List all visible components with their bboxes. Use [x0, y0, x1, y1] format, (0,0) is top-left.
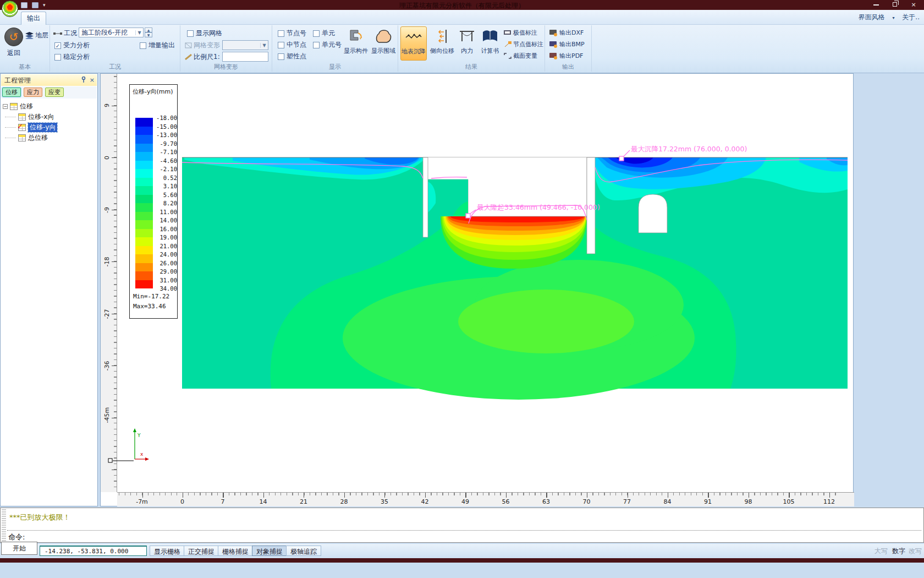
ortho-snap-toggle[interactable]: 正交捕捉: [184, 546, 219, 556]
lateral-displacement-button[interactable]: 侧向位移: [429, 26, 455, 61]
tree-node-displacement[interactable]: − 位移: [3, 101, 96, 112]
mesh-deform-label: 网格变形: [185, 41, 220, 50]
chip-stress[interactable]: 应力: [24, 88, 42, 97]
force-analysis-checkbox[interactable]: ✓受力分析: [54, 41, 90, 50]
minimize-button[interactable]: [868, 1, 884, 9]
pin-icon[interactable]: [81, 77, 86, 83]
svg-text:Y: Y: [137, 433, 141, 438]
show-region-button[interactable]: 显示围域: [370, 26, 397, 61]
bmp-file-icon: [549, 41, 558, 48]
report-button[interactable]: 计算书: [479, 26, 502, 61]
legend-value: 5.60: [163, 192, 177, 198]
condition-select[interactable]: 施工阶段6-开挖▼: [79, 28, 144, 37]
legend-color-cell: [135, 186, 153, 195]
tree-node-displacement-total[interactable]: 总位移: [3, 133, 96, 143]
app-logo-icon[interactable]: [2, 1, 18, 17]
polar-track-toggle[interactable]: 极轴追踪: [286, 546, 321, 556]
tab-output[interactable]: 输出: [21, 12, 46, 25]
status-bar: -14.238, -53.831, 0.000 显示栅格 正交捕捉 栅格捕捉 对…: [0, 544, 924, 558]
node-flag-icon: [504, 41, 512, 47]
extreme-annotation-button[interactable]: 极值标注: [504, 29, 537, 37]
element-number-checkbox[interactable]: 单元号: [313, 40, 342, 50]
drawing-canvas[interactable]: 90-9-18-27-36-45m -7m0714212835424956637…: [100, 73, 854, 506]
surface-settlement-button[interactable]: 地表沉降: [400, 26, 427, 61]
show-member-button[interactable]: 显示构件: [343, 26, 369, 61]
collapse-icon[interactable]: −: [3, 104, 8, 109]
grid-snap-toggle[interactable]: 栅格捕捉: [218, 546, 253, 556]
caps-indicator: 大写: [875, 547, 888, 556]
console-grip[interactable]: [2, 509, 6, 541]
group-basic: ↺ 返回 地层 基本: [0, 25, 50, 72]
title-bar: ▾ 理正基坑有限元分析软件（有限元后处理） ×: [0, 0, 924, 10]
internal-force-button[interactable]: 内力: [457, 26, 477, 61]
back-button[interactable]: ↺: [4, 28, 23, 46]
overwrite-indicator: 改写: [909, 547, 922, 556]
beam-force-icon: [458, 28, 476, 46]
tree-node-displacement-x[interactable]: 位移-x向: [3, 112, 96, 122]
show-grid-toggle[interactable]: 显示栅格: [150, 546, 185, 556]
num-indicator: 数字: [892, 547, 905, 556]
book-icon: [481, 28, 499, 46]
legend-color-cell: [135, 127, 153, 135]
legend-value: 14.00: [160, 217, 177, 223]
node-number-checkbox[interactable]: 节点号: [278, 29, 306, 38]
mid-node-checkbox[interactable]: 中节点: [278, 40, 306, 50]
legend-color-cell: [135, 280, 153, 289]
panel-close-icon[interactable]: ×: [90, 77, 95, 84]
h-ruler-label: 42: [411, 498, 439, 505]
chip-displacement[interactable]: 位移: [2, 88, 21, 97]
export-dxf-button[interactable]: 输出DXF: [549, 29, 584, 37]
legend-value: -9.70: [160, 140, 177, 147]
legend-value: 8.20: [163, 200, 177, 206]
legend-value: -7.10: [160, 149, 177, 155]
show-mesh-checkbox[interactable]: 显示网格: [187, 29, 222, 38]
export-pdf-button[interactable]: 输出PDF: [549, 52, 583, 60]
dxf-file-icon: [549, 30, 558, 36]
about-menu[interactable]: 关于..: [902, 13, 920, 21]
h-ruler-label: 98: [735, 498, 762, 505]
incremental-output-checkbox[interactable]: 增量输出: [140, 41, 175, 50]
ribbon: ↺ 返回 地层 基本 工况 施工阶段6-开挖▼ ▲▼ ✓受力分析 增量输出 稳定…: [0, 25, 924, 73]
legend-value: 34.00: [160, 285, 177, 292]
chip-strain[interactable]: 应变: [45, 88, 64, 97]
excavation-upper: [425, 157, 587, 179]
object-snap-toggle[interactable]: 对象捕捉: [252, 546, 287, 556]
group-display: 节点号 中节点 塑性点 单元 单元号 显示构件 显示围域 显示: [272, 25, 398, 72]
table-icon: [18, 134, 26, 141]
mesh-icon: [185, 42, 192, 48]
strata-button[interactable]: 地层: [25, 31, 48, 40]
command-console[interactable]: ***已到放大极限！ 命令:: [0, 508, 924, 543]
lateral-arrows-icon: [433, 28, 452, 46]
result-tree: − 位移 位移-x向 ✓ 位移-y向 总位移: [3, 101, 96, 143]
h-ruler-label: 49: [452, 498, 479, 505]
interface-style-menu[interactable]: 界面风格 ▾: [853, 13, 895, 21]
export-bmp-button[interactable]: 输出BMP: [549, 40, 585, 48]
section-bracket-icon: [504, 53, 512, 59]
element-checkbox[interactable]: 单元: [313, 29, 335, 38]
chevron-down-icon: ▼: [260, 43, 268, 48]
legend-value: 0.52: [163, 175, 177, 181]
section-variable-button[interactable]: 截面变量: [504, 52, 537, 60]
node-value-annotation-button[interactable]: 节点值标注: [504, 40, 543, 48]
legend-color-cell: [135, 271, 153, 280]
legend-color-cell: [135, 246, 153, 255]
window-bottom-edge: [0, 558, 924, 563]
group-result: 地表沉降 侧向位移 内力 计算书 极: [398, 25, 545, 72]
plastic-point-checkbox[interactable]: 塑性点: [278, 52, 306, 61]
condition-spinner[interactable]: ▲▼: [145, 28, 152, 37]
close-button[interactable]: ×: [905, 1, 922, 9]
max-settlement-marker: [619, 156, 624, 161]
restore-button[interactable]: [887, 1, 903, 9]
mesh-deform-select[interactable]: ▼: [222, 40, 268, 50]
h-ruler-label: 70: [573, 498, 601, 505]
legend-value: 26.00: [160, 260, 177, 266]
scale-input[interactable]: [222, 52, 268, 62]
start-tab[interactable]: 开始: [1, 542, 37, 555]
tree-node-displacement-y[interactable]: ✓ 位移-y向: [3, 122, 96, 133]
h-ruler-label: 14: [250, 498, 277, 505]
origin-marker: [108, 459, 112, 462]
command-prompt[interactable]: 命令:: [8, 532, 25, 542]
project-panel-header: 工程管理 ×: [1, 74, 97, 86]
stability-analysis-checkbox[interactable]: 稳定分析: [54, 52, 90, 62]
chevron-down-icon: ▼: [135, 30, 143, 35]
